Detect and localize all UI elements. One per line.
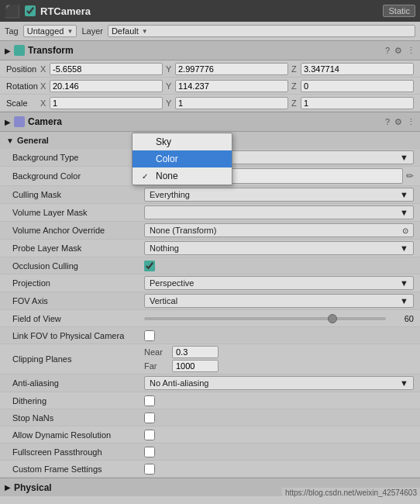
- stop-nans-label: Stop NaNs: [12, 413, 144, 423]
- chevron-down-icon: ▼: [400, 190, 408, 199]
- popup-item-none[interactable]: ✓ None: [133, 167, 232, 185]
- static-badge[interactable]: Static: [383, 5, 415, 17]
- clipping-sub: Near Far: [144, 346, 414, 372]
- rotation-row: Rotation X Y Z: [0, 78, 420, 95]
- expand-icon[interactable]: ▶: [5, 47, 11, 55]
- triangle-icon: ▼: [6, 136, 14, 145]
- occlusion-culling-checkbox[interactable]: [144, 261, 155, 271]
- y-label: Y: [166, 64, 174, 74]
- x-label: X: [40, 81, 48, 91]
- scale-label: Scale: [6, 98, 40, 108]
- tag-dropdown[interactable]: Untagged ▼: [23, 25, 77, 37]
- chevron-down-icon: ▼: [400, 208, 408, 217]
- culling-mask-row: Culling Mask Everything ▼: [0, 186, 420, 204]
- camera-title: Camera: [28, 116, 382, 127]
- rotation-y[interactable]: [175, 80, 288, 92]
- expand-icon[interactable]: ▶: [5, 118, 11, 126]
- scale-y[interactable]: [175, 97, 288, 109]
- transform-section-header: ▶ Transform ? ⚙ ⋮: [0, 40, 420, 60]
- dynamic-resolution-row: Allow Dynamic Resolution: [0, 426, 420, 444]
- edit-icon[interactable]: ✏: [406, 171, 414, 181]
- fov-value: 60: [391, 314, 414, 323]
- chevron-down-icon: ▼: [400, 296, 408, 306]
- tag-label: Tag: [5, 26, 19, 36]
- expand-icon[interactable]: ▶: [5, 483, 11, 492]
- camera-section-header: ▶ Camera ? ⚙ ⋮: [0, 112, 420, 132]
- circle-icon: ⊙: [402, 226, 408, 235]
- occlusion-culling-label: Occlusion Culling: [12, 261, 144, 271]
- y-label: Y: [166, 98, 174, 108]
- scale-x[interactable]: [50, 97, 163, 109]
- general-label: General: [17, 136, 49, 145]
- settings-icon[interactable]: ⚙: [394, 117, 402, 127]
- projection-dropdown[interactable]: Perspective ▼: [144, 276, 414, 290]
- anti-aliasing-label: Anti-aliasing: [12, 378, 144, 388]
- custom-frame-settings-checkbox[interactable]: [144, 464, 155, 475]
- transform-title: Transform: [28, 45, 382, 56]
- help-icon[interactable]: ?: [385, 46, 390, 55]
- fov-axis-label: FOV Axis: [12, 296, 144, 306]
- chevron-down-icon: ▼: [142, 28, 148, 35]
- chevron-down-icon: ▼: [400, 153, 408, 162]
- position-y[interactable]: [175, 63, 288, 75]
- chevron-down-icon: ▼: [400, 243, 408, 253]
- clipping-planes-label: Clipping Planes: [12, 354, 144, 364]
- popup-item-color[interactable]: Color: [133, 150, 232, 167]
- culling-mask-dropdown[interactable]: Everything ▼: [144, 188, 414, 202]
- scale-z[interactable]: [301, 97, 414, 109]
- background-type-label: Background Type: [12, 153, 144, 162]
- link-fov-checkbox[interactable]: [144, 330, 155, 341]
- dithering-row: Dithering: [0, 392, 420, 409]
- y-label: Y: [166, 81, 174, 91]
- more-icon[interactable]: ⋮: [407, 46, 415, 56]
- fov-slider-thumb[interactable]: [328, 314, 337, 323]
- position-x[interactable]: [50, 63, 163, 75]
- scale-row: Scale X Y Z: [0, 95, 420, 112]
- occlusion-culling-row: Occlusion Culling: [0, 257, 420, 274]
- position-z[interactable]: [301, 63, 414, 75]
- active-checkbox[interactable]: [25, 5, 36, 16]
- probe-layer-mask-dropdown[interactable]: Nothing ▼: [144, 241, 414, 255]
- custom-frame-settings-row: Custom Frame Settings: [0, 461, 420, 478]
- fullscreen-passthrough-row: Fullscreen Passthrough: [0, 444, 420, 461]
- background-color-row: Background Color HDR ✏ Sky Color ✓ None: [0, 167, 420, 186]
- field-of-view-label: Field of View: [12, 314, 144, 323]
- projection-label: Projection: [12, 278, 144, 288]
- object-name: RTCamera: [40, 5, 378, 17]
- z-label: Z: [291, 81, 299, 91]
- fov-axis-dropdown[interactable]: Vertical ▼: [144, 294, 414, 308]
- z-label: Z: [291, 98, 299, 108]
- help-icon[interactable]: ?: [385, 117, 390, 126]
- settings-icon[interactable]: ⚙: [394, 46, 402, 56]
- anti-aliasing-dropdown[interactable]: No Anti-aliasing ▼: [144, 376, 414, 390]
- dithering-label: Dithering: [12, 396, 144, 406]
- anti-aliasing-row: Anti-aliasing No Anti-aliasing ▼: [0, 375, 420, 392]
- far-input[interactable]: [172, 360, 219, 372]
- stop-nans-checkbox[interactable]: [144, 413, 155, 423]
- volume-anchor-override-dropdown[interactable]: None (Transform) ⊙: [144, 223, 414, 237]
- layer-dropdown[interactable]: Default ▼: [108, 25, 415, 37]
- stop-nans-row: Stop NaNs: [0, 409, 420, 426]
- chevron-down-icon: ▼: [400, 378, 408, 388]
- transform-icon: [14, 45, 25, 56]
- dithering-checkbox[interactable]: [144, 395, 155, 406]
- volume-layer-mask-row: Volume Layer Mask ▼: [0, 204, 420, 222]
- rotation-label: Rotation: [6, 81, 40, 91]
- probe-layer-mask-label: Probe Layer Mask: [12, 243, 144, 253]
- rotation-x[interactable]: [50, 80, 163, 92]
- dynamic-resolution-checkbox[interactable]: [144, 430, 155, 440]
- position-label: Position: [6, 64, 40, 74]
- more-icon[interactable]: ⋮: [407, 117, 415, 127]
- fullscreen-passthrough-checkbox[interactable]: [144, 447, 155, 457]
- volume-layer-mask-dropdown[interactable]: ▼: [144, 205, 414, 219]
- clipping-planes-row: Clipping Planes Near Far: [0, 344, 420, 375]
- fov-slider-track: [144, 317, 386, 320]
- near-input[interactable]: [172, 346, 219, 358]
- popup-item-sky[interactable]: Sky: [133, 133, 232, 150]
- field-of-view-row: Field of View 60: [0, 310, 420, 327]
- background-color-label: Background Color: [12, 171, 144, 181]
- near-label: Near: [144, 347, 167, 357]
- x-label: X: [40, 64, 48, 74]
- chevron-down-icon: ▼: [67, 28, 73, 35]
- rotation-z[interactable]: [301, 80, 414, 92]
